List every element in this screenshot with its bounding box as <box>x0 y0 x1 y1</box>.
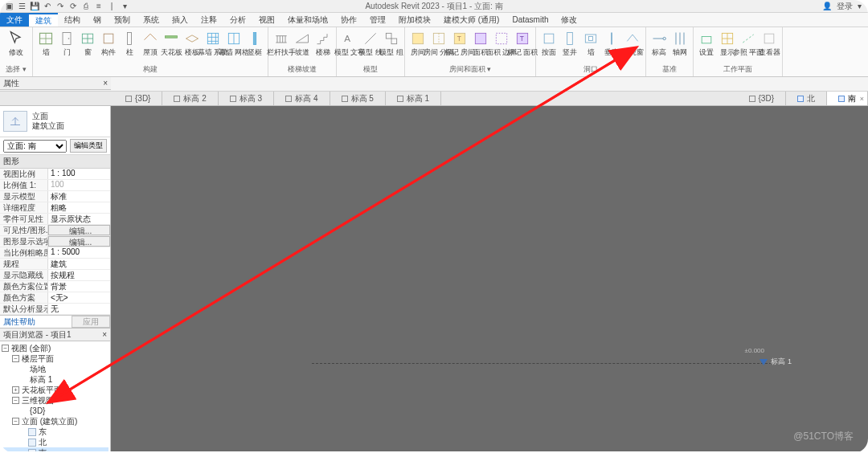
close-icon[interactable]: × <box>860 95 864 103</box>
menu-tab-architecture[interactable]: 建筑 <box>29 13 58 27</box>
user-icon[interactable]: 👤 <box>822 2 832 10</box>
column-button[interactable]: 柱 <box>120 29 139 57</box>
property-value[interactable]: 100 <box>48 180 110 190</box>
property-value[interactable]: 标准 <box>48 191 110 202</box>
set-button[interactable]: 设置 <box>697 29 716 57</box>
tree-root[interactable]: −视图 (全部) <box>2 343 108 353</box>
qat-more-icon[interactable]: ▾ <box>119 1 130 12</box>
mullion-button[interactable]: 竖梃 <box>245 29 264 57</box>
window-button[interactable]: 窗 <box>78 29 97 57</box>
tree-toggle-icon[interactable]: + <box>12 386 19 394</box>
railing-button[interactable]: 栏杆扶手 <box>272 29 291 57</box>
property-value[interactable]: 粗略 <box>48 202 110 213</box>
help-icon[interactable]: ▾ <box>858 2 862 10</box>
property-row[interactable]: 详细程度粗略 <box>0 202 110 214</box>
menu-tab-addins[interactable]: 附加模块 <box>392 13 437 27</box>
property-row[interactable]: 图形显示选项编辑... <box>0 236 110 247</box>
tree-elevations[interactable]: −立面 (建筑立面) <box>2 416 108 426</box>
door-button[interactable]: 门 <box>57 29 76 57</box>
stair-button[interactable]: 楼梯 <box>313 29 333 57</box>
menu-tab-steel[interactable]: 钢 <box>87 13 108 27</box>
ramp-button[interactable]: 坡道 <box>293 29 312 57</box>
property-row[interactable]: 默认分析显示...无 <box>0 304 110 315</box>
modelgroup-button[interactable]: 模型 组 <box>382 29 401 57</box>
tree-toggle-icon[interactable]: − <box>2 345 9 352</box>
apply-button[interactable]: 应用 <box>72 316 110 328</box>
menu-tab-datasmith[interactable]: Datasmith <box>506 13 555 27</box>
tree-item-3d[interactable]: {3D} <box>2 406 108 416</box>
app-icon[interactable]: ▣ <box>3 1 14 12</box>
qat-open-icon[interactable]: ☰ <box>16 1 27 12</box>
property-value[interactable]: 1 : 100 <box>48 169 110 179</box>
modeltext-button[interactable]: A模型 文字 <box>340 29 359 57</box>
menu-tab-structure[interactable]: 结构 <box>58 13 87 27</box>
component-button[interactable]: 构件 <box>99 29 118 57</box>
property-value[interactable]: <无> <box>48 292 110 303</box>
wallopen-button[interactable]: 墙 <box>581 29 600 57</box>
view-tab-l3[interactable]: 标高 3 <box>219 92 274 105</box>
modify-button[interactable]: 修改 <box>3 29 29 57</box>
tree-floorplans[interactable]: −楼层平面 <box>2 353 108 364</box>
menu-tab-analyze[interactable]: 分析 <box>223 13 252 27</box>
level-button[interactable]: 标高 <box>649 29 669 57</box>
ceiling-button[interactable]: 天花板 <box>162 29 181 57</box>
property-help-link[interactable]: 属性帮助 <box>0 316 72 328</box>
wall-button[interactable]: 墙 <box>36 29 55 57</box>
menu-tab-systems[interactable]: 系统 <box>137 13 166 27</box>
view-tab-3d-2[interactable]: {3D} <box>738 92 786 105</box>
tree-item-level1[interactable]: 标高 1 <box>2 374 108 385</box>
refplane-button[interactable]: 参照 平面 <box>739 29 758 57</box>
menu-tab-annotate[interactable]: 注释 <box>194 13 223 27</box>
viewer-button[interactable]: 查看器 <box>760 29 779 57</box>
login-link[interactable]: 登录 <box>837 1 853 12</box>
properties-close-icon[interactable]: × <box>103 79 108 88</box>
modelline-button[interactable]: 模型 线 <box>361 29 380 57</box>
roof-button[interactable]: 屋顶 <box>141 29 160 57</box>
tree-toggle-icon[interactable]: − <box>12 418 19 425</box>
menu-tab-precast[interactable]: 预制 <box>108 13 137 27</box>
tree-toggle-icon[interactable]: − <box>12 355 19 362</box>
property-row[interactable]: 规程建筑 <box>0 259 110 270</box>
qat-redo-icon[interactable]: ↷ <box>55 1 66 12</box>
menu-tab-collab[interactable]: 协作 <box>334 13 363 27</box>
view-tab-3d-1[interactable]: {3D} <box>114 92 162 105</box>
property-row[interactable]: 可见性/图形...编辑... <box>0 225 110 236</box>
edit-type-button[interactable]: 编辑类型 <box>70 139 107 153</box>
menu-tab-massing[interactable]: 体量和场地 <box>281 13 334 27</box>
property-value[interactable]: 显示原状态 <box>48 214 110 224</box>
property-value[interactable]: 1 : 5000 <box>48 247 110 258</box>
type-preview[interactable]: 立面建筑立面 <box>0 106 110 137</box>
tree-item-east[interactable]: 东 <box>2 426 108 437</box>
tag-area-button[interactable]: T标记 面积 <box>513 29 532 57</box>
grid-button[interactable]: 轴网 <box>670 29 690 57</box>
tree-item-south[interactable]: 南 <box>2 447 108 451</box>
qat-measure-icon[interactable]: ≡ <box>93 1 104 12</box>
view-tab-l4[interactable]: 标高 4 <box>274 92 330 105</box>
property-row[interactable]: 显示隐藏线按规程 <box>0 270 110 281</box>
menu-tab-modify[interactable]: 修改 <box>555 13 583 27</box>
drawing-canvas[interactable]: ±0.000 标高 1 @51CTO博客 <box>111 106 868 451</box>
qat-print-icon[interactable]: ⎙ <box>80 1 92 12</box>
qat-undo-icon[interactable]: ↶ <box>42 1 53 12</box>
tree-toggle-icon[interactable]: − <box>12 397 19 404</box>
property-value[interactable]: 无 <box>48 304 110 314</box>
menu-tab-view[interactable]: 视图 <box>252 13 281 27</box>
tree-item-north[interactable]: 北 <box>2 437 108 447</box>
browser-close-icon[interactable]: × <box>102 330 107 339</box>
property-row[interactable]: 显示模型标准 <box>0 191 110 202</box>
property-row[interactable]: 颜色方案<无> <box>0 292 110 304</box>
property-value[interactable]: 背景 <box>48 281 110 292</box>
dormer-button[interactable]: 老虎窗 <box>623 29 642 57</box>
property-edit-button[interactable]: 编辑... <box>48 225 110 235</box>
property-row[interactable]: 颜色方案位置背景 <box>0 281 110 292</box>
qat-save-icon[interactable]: 💾 <box>29 1 40 12</box>
tree-ceilingplans[interactable]: +天花板平面 <box>2 385 108 395</box>
view-tab-l2[interactable]: 标高 2 <box>162 92 218 105</box>
view-tab-south[interactable]: 南× <box>827 92 868 105</box>
property-row[interactable]: 比例值 1:100 <box>0 180 110 191</box>
vertical-button[interactable]: 垂直 <box>602 29 621 57</box>
property-row[interactable]: 零件可见性显示原状态 <box>0 214 110 225</box>
type-selector[interactable]: 立面: 南 <box>3 140 67 153</box>
curtain-grid-button[interactable]: 幕墙 网格 <box>224 29 244 57</box>
view-tab-l5[interactable]: 标高 5 <box>330 92 386 105</box>
